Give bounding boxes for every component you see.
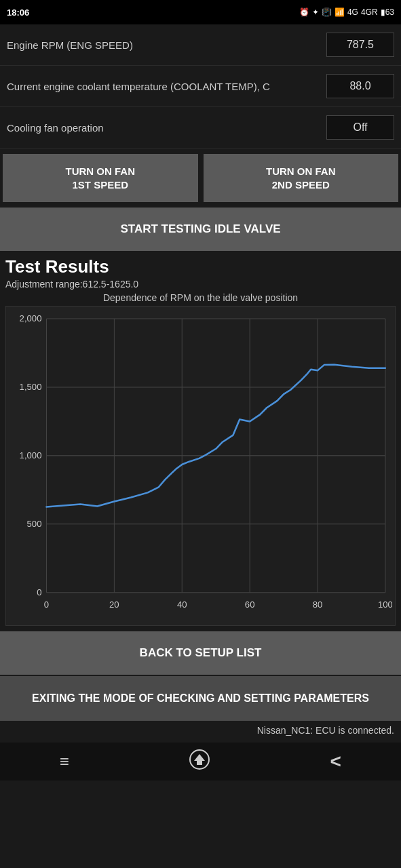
menu-icon: ≡ [60, 752, 69, 771]
fan-button-row: TURN ON FAN 1ST SPEED TURN ON FAN 2ND SP… [0, 149, 401, 208]
engine-rpm-row: Engine RPM (ENG SPEED) 787.5 [0, 24, 401, 66]
test-results-section: Test Results Adjustment range:612.5-1625… [0, 251, 401, 626]
bluetooth-icon: ✦ [312, 7, 319, 17]
cooling-fan-row: Cooling fan operation Off [0, 107, 401, 149]
status-footer: Nissan_NC1: ECU is connected. [0, 721, 401, 740]
status-icons: ⏰ ✦ 📳 📶 4G 4GR ▮63 [299, 7, 394, 17]
svg-text:0: 0 [37, 587, 41, 597]
menu-nav-button[interactable]: ≡ [46, 745, 83, 778]
cooling-fan-value: Off [326, 115, 394, 140]
back-to-setup-button[interactable]: BACK TO SETUP LIST [0, 631, 401, 675]
svg-text:60: 60 [245, 599, 255, 610]
svg-text:40: 40 [177, 599, 187, 610]
clock-icon: ⏰ [299, 7, 309, 17]
battery-icon: ▮63 [381, 7, 394, 17]
start-testing-idle-valve-button[interactable]: START TESTING IDLE VALVE [0, 208, 401, 251]
network-4g-icon: 4G [347, 7, 358, 17]
svg-text:1,000: 1,000 [20, 450, 42, 460]
svg-text:1,500: 1,500 [20, 382, 42, 392]
fan-speed-1-button[interactable]: TURN ON FAN 1ST SPEED [3, 154, 198, 202]
svg-text:0: 0 [44, 599, 49, 610]
svg-text:2,000: 2,000 [20, 313, 42, 323]
svg-text:20: 20 [109, 599, 119, 610]
chart-svg: 2,000 1,500 1,000 500 0 0 20 40 60 80 10… [9, 312, 392, 620]
status-time: 18:06 [7, 7, 29, 18]
back-nav-button[interactable]: < [317, 744, 355, 779]
home-nav-button[interactable] [175, 742, 224, 781]
home-icon [189, 749, 210, 774]
svg-text:80: 80 [313, 599, 323, 610]
coolant-temp-row: Current engine coolant temperature (COOL… [0, 66, 401, 107]
status-bar: 18:06 ⏰ ✦ 📳 📶 4G 4GR ▮63 [0, 0, 401, 24]
engine-rpm-value: 787.5 [326, 33, 394, 57]
svg-text:100: 100 [378, 599, 392, 610]
svg-text:500: 500 [27, 519, 42, 529]
adjustment-range: Adjustment range:612.5-1625.0 [5, 279, 396, 290]
test-results-title: Test Results [5, 256, 396, 277]
navigation-bar: ≡ < [0, 743, 401, 781]
rpm-chart: 2,000 1,500 1,000 500 0 0 20 40 60 80 10… [5, 306, 396, 626]
network-4gr-icon: 4GR [361, 7, 378, 17]
wifi-icon: 📶 [335, 7, 345, 17]
fan-speed-2-button[interactable]: TURN ON FAN 2ND SPEED [204, 154, 399, 202]
main-content: Engine RPM (ENG SPEED) 787.5 Current eng… [0, 24, 401, 740]
svg-marker-24 [194, 754, 205, 761]
exit-mode-button[interactable]: EXITING THE MODE OF CHECKING AND SETTING… [0, 676, 401, 721]
engine-rpm-label: Engine RPM (ENG SPEED) [7, 39, 326, 51]
back-icon: < [330, 751, 341, 772]
coolant-temp-label: Current engine coolant temperature (COOL… [7, 81, 326, 92]
coolant-temp-value: 88.0 [326, 74, 394, 98]
vibrate-icon: 📳 [322, 7, 332, 17]
svg-rect-25 [197, 761, 202, 765]
cooling-fan-label: Cooling fan operation [7, 122, 326, 134]
chart-title: Dependence of RPM on the idle valve posi… [5, 292, 396, 303]
